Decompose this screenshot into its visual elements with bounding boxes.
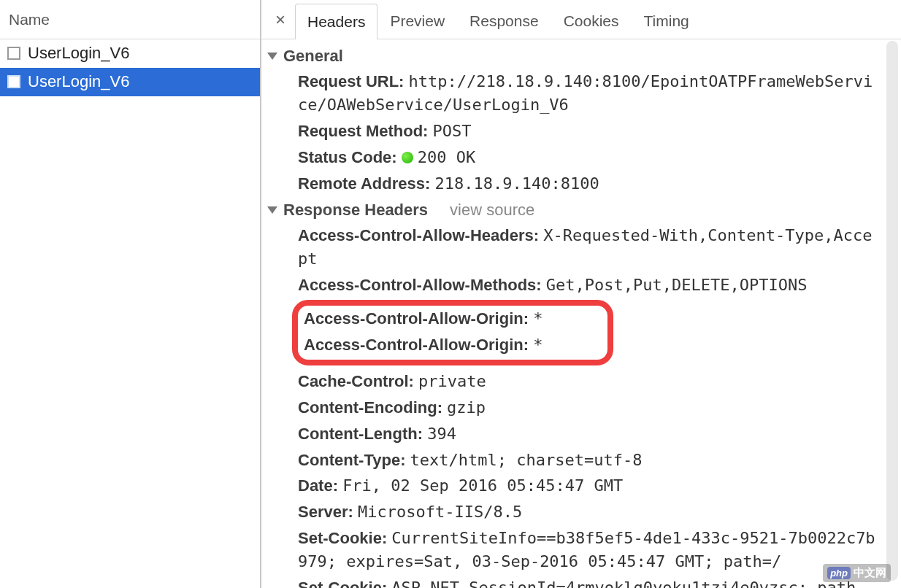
status-dot-icon xyxy=(402,152,413,163)
response-headers-block: Access-Control-Allow-Headers: X-Requeste… xyxy=(266,223,894,588)
php-badge: php xyxy=(827,567,851,579)
section-title: Response Headers xyxy=(283,201,428,220)
request-row[interactable]: UserLogin_V6 xyxy=(0,68,260,96)
details-tab-bar: × HeadersPreviewResponseCookiesTiming xyxy=(261,0,901,39)
view-source-link[interactable]: view source xyxy=(450,201,534,220)
header-row: Content-Encoding: gzip xyxy=(298,395,878,421)
file-icon xyxy=(7,75,20,88)
request-list-panel: Name UserLogin_V6UserLogin_V6 xyxy=(0,0,261,588)
header-key: Access-Control-Allow-Methods: xyxy=(298,276,546,294)
header-row: Access-Control-Allow-Origin: * xyxy=(304,306,602,332)
file-icon xyxy=(7,47,20,60)
header-row: Content-Length: 394 xyxy=(298,421,878,447)
value: POST xyxy=(433,122,472,140)
header-key: Content-Type: xyxy=(298,451,410,469)
header-key: Date: xyxy=(298,476,342,495)
header-row: Date: Fri, 02 Sep 2016 05:45:47 GMT xyxy=(298,473,878,499)
section-general-toggle[interactable]: General xyxy=(266,42,894,69)
request-list-header[interactable]: Name xyxy=(0,0,260,39)
general-block: Request URL: http://218.18.9.140:8100/Ep… xyxy=(266,69,894,196)
tab-response[interactable]: Response xyxy=(457,3,551,39)
details-panel: × HeadersPreviewResponseCookiesTiming Ge… xyxy=(261,0,901,588)
header-value: Microsoft-IIS/8.5 xyxy=(358,503,522,521)
label: Status Code: xyxy=(298,148,397,166)
header-row: Content-Type: text/html; charset=utf-8 xyxy=(298,447,878,473)
header-row: Set-Cookie: ASP.NET_SessionId=4rmvoklg0y… xyxy=(298,575,878,588)
name-column-header: Name xyxy=(9,11,50,28)
value: 218.18.9.140:8100 xyxy=(434,174,599,193)
request-row[interactable]: UserLogin_V6 xyxy=(0,39,260,68)
section-title: General xyxy=(283,47,343,66)
header-key: Cache-Control: xyxy=(298,372,418,390)
header-value: 394 xyxy=(427,425,456,443)
header-key: Content-Encoding: xyxy=(298,398,447,417)
header-row: Access-Control-Allow-Headers: X-Requeste… xyxy=(298,223,878,272)
triangle-down-icon xyxy=(267,53,277,60)
header-key: Set-Cookie: xyxy=(298,529,391,547)
header-value: Get,Post,Put,DELETE,OPTIONS xyxy=(546,276,808,294)
header-row: Access-Control-Allow-Methods: Get,Post,P… xyxy=(298,272,878,298)
label: Request Method: xyxy=(298,122,428,140)
header-value: text/html; charset=utf-8 xyxy=(410,451,643,469)
header-key: Access-Control-Allow-Origin: xyxy=(304,336,533,354)
label: Remote Address: xyxy=(298,174,430,193)
header-value: private xyxy=(418,372,486,390)
header-value: * xyxy=(533,309,542,328)
header-row: Access-Control-Allow-Origin: * xyxy=(304,332,602,358)
request-list: UserLogin_V6UserLogin_V6 xyxy=(0,39,260,96)
request-name: UserLogin_V6 xyxy=(28,44,129,63)
watermark: php 中文网 xyxy=(823,564,891,582)
header-value: gzip xyxy=(447,398,486,417)
header-value: * xyxy=(533,336,542,354)
header-row: Cache-Control: private xyxy=(298,368,878,395)
header-row: Set-Cookie: CurrentSiteInfo==b38f5ef5-4d… xyxy=(298,525,878,575)
highlight-callout: Access-Control-Allow-Origin: *Access-Con… xyxy=(292,300,613,365)
header-row: Server: Microsoft-IIS/8.5 xyxy=(298,499,878,525)
header-key: Content-Length: xyxy=(298,425,427,443)
scrollbar[interactable] xyxy=(886,41,898,581)
section-response-headers-toggle[interactable]: Response Headers view source xyxy=(266,196,894,223)
general-remote-address: Remote Address: 218.18.9.140:8100 xyxy=(298,171,878,197)
watermark-text: 中文网 xyxy=(854,566,886,580)
header-value: Fri, 02 Sep 2016 05:45:47 GMT xyxy=(342,476,623,495)
headers-content: General Request URL: http://218.18.9.140… xyxy=(261,39,901,588)
label: Request URL: xyxy=(298,72,404,90)
value: 200 OK xyxy=(418,148,475,166)
header-key: Access-Control-Allow-Headers: xyxy=(298,226,543,244)
close-icon[interactable]: × xyxy=(266,0,295,39)
general-status-code: Status Code: 200 OK xyxy=(298,144,878,171)
header-key: Access-Control-Allow-Origin: xyxy=(304,309,533,328)
triangle-down-icon xyxy=(267,206,277,214)
tab-timing[interactable]: Timing xyxy=(632,3,702,39)
request-name: UserLogin_V6 xyxy=(28,72,129,91)
tab-headers[interactable]: Headers xyxy=(295,4,377,39)
tab-preview[interactable]: Preview xyxy=(377,3,457,39)
general-request-url: Request URL: http://218.18.9.140:8100/Ep… xyxy=(298,69,878,118)
header-key: Set-Cookie: xyxy=(298,579,391,588)
tab-cookies[interactable]: Cookies xyxy=(551,3,632,39)
header-key: Server: xyxy=(298,503,358,521)
general-request-method: Request Method: POST xyxy=(298,118,878,144)
